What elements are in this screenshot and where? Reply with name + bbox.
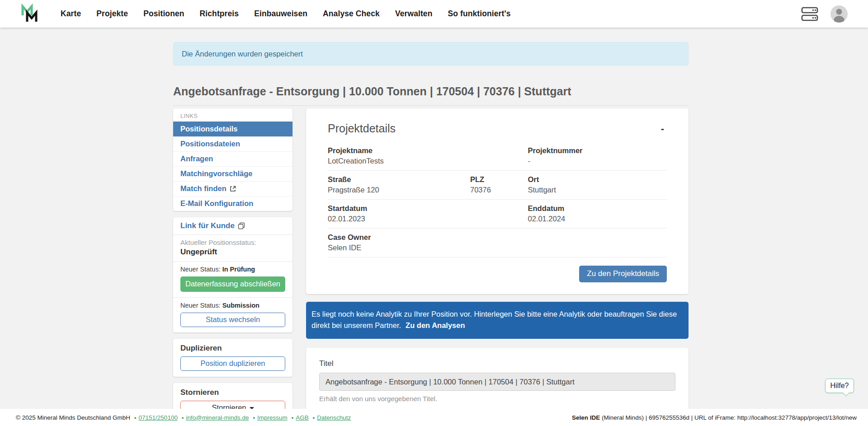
footer-link-phone[interactable]: 07151/250100	[139, 414, 178, 421]
field-value: 02.01.2023	[328, 215, 528, 223]
field-label: Startdatum	[328, 204, 528, 213]
duplicate-card: Duplizieren Position duplizieren	[173, 339, 292, 377]
cancel-title: Stornieren	[180, 388, 285, 397]
project-details-title: Projektdetails	[328, 122, 396, 135]
new-status-value: In Prüfung	[222, 266, 255, 273]
status-card: Link für Kunde Aktueller Positionsstatus…	[173, 217, 292, 332]
position-duplizieren-button[interactable]: Position duplizieren	[180, 356, 285, 371]
nav-item-analyse-check[interactable]: Analyse Check	[323, 9, 380, 19]
nav-item-projekte[interactable]: Projekte	[96, 9, 128, 19]
sidebar-links-list: Positionsdetails Positionsdateien Anfrag…	[173, 122, 292, 211]
footer-link-datenschutz[interactable]: Datenschutz	[317, 414, 351, 421]
footer-left: © 2025 Mineral Minds Deutschland GmbH •0…	[16, 414, 351, 421]
titel-group: Titel Erhält den von uns vorgegebenen Ti…	[319, 359, 675, 403]
logo-icon	[20, 4, 41, 24]
nav-item-richtpreis[interactable]: Richtpreis	[200, 9, 239, 19]
alert-message: Die Änderungen wurden gespeichert	[182, 50, 303, 58]
field-label: Case Owner	[328, 233, 667, 242]
project-details-card: Projektdetails - Projektname LotCreation…	[306, 108, 689, 294]
help-label: Hilfe?	[830, 382, 849, 390]
footer-session-info: Selen IDE (Mineral Minds) | 69576255536d…	[572, 414, 857, 421]
field-label: Projektname	[328, 146, 528, 155]
success-alert: Die Änderungen wurden gespeichert	[173, 42, 689, 66]
footer-link-agb[interactable]: AGB	[296, 414, 309, 421]
sidebar-item-match-finden[interactable]: Match finden	[173, 181, 292, 196]
customer-link-row: Link für Kunde	[173, 217, 292, 235]
mineral-minds-logo[interactable]	[20, 3, 42, 25]
field-value: 70376	[470, 186, 528, 194]
new-status-prefix: Neuer Status:	[180, 266, 221, 273]
field-label: Ort	[528, 175, 667, 184]
project-row: Case Owner Selen IDE	[328, 229, 667, 257]
field-value: LotCreationTests	[328, 157, 528, 165]
project-row: Projektname LotCreationTests Projektnumm…	[328, 142, 667, 171]
current-status-label: Aktueller Positionsstatus:	[180, 239, 285, 246]
customer-link[interactable]: Link für Kunde	[180, 221, 235, 230]
nav-item-positionen[interactable]: Positionen	[143, 9, 184, 19]
nav-item-karte[interactable]: Karte	[61, 9, 81, 19]
duplicate-title: Duplizieren	[180, 344, 285, 353]
field-label: Enddatum	[528, 204, 667, 213]
external-link-icon	[230, 186, 236, 192]
session-user: Selen IDE	[572, 414, 600, 421]
titel-helper: Erhält den von uns vorgegebenen Titel.	[319, 395, 675, 403]
server-stack-icon[interactable]	[801, 6, 818, 22]
field-label: PLZ	[470, 175, 528, 184]
copy-icon[interactable]	[238, 222, 245, 229]
sidebar-item-positionsdateien[interactable]: Positionsdateien	[173, 136, 292, 151]
project-row: Straße Pragstraße 120 PLZ 70376 Ort Stut…	[328, 171, 667, 200]
new-status-value: Submission	[222, 302, 259, 309]
status-action-2: Neuer Status: Submission Status wechseln	[173, 298, 292, 332]
sidebar-item-positionsdetails[interactable]: Positionsdetails	[173, 122, 292, 136]
user-avatar[interactable]	[830, 5, 848, 23]
footer-link-impressum[interactable]: Impressum	[257, 414, 288, 421]
current-status-block: Aktueller Positionsstatus: Ungeprüft	[173, 235, 292, 262]
field-value: -	[528, 157, 667, 165]
sidebar-item-label: Match finden	[180, 184, 226, 193]
help-button[interactable]: Hilfe?	[825, 379, 854, 393]
analytics-banner: Es liegt noch keine Analytik zu Ihrer Po…	[306, 302, 689, 339]
zu-den-projektdetails-button[interactable]: Zu den Projektdetails	[579, 266, 667, 282]
field-value: Selen IDE	[328, 243, 667, 252]
footer: © 2025 Mineral Minds Deutschland GmbH •0…	[0, 409, 868, 426]
footer-link-email[interactable]: info@mineral-minds.de	[186, 414, 249, 421]
nav-item-so-funktionierts[interactable]: So funktioniert's	[448, 9, 510, 19]
nav-item-verwalten[interactable]: Verwalten	[395, 9, 433, 19]
session-details: (Mineral Minds) | 69576255536d | URL of …	[600, 414, 857, 421]
navbar-actions	[801, 5, 848, 23]
titel-input	[319, 373, 675, 391]
status-action-1: Neuer Status: In Prüfung Datenerfassung …	[173, 262, 292, 298]
sidebar-item-email-konfiguration[interactable]: E-Mail Konfiguration	[173, 196, 292, 211]
links-card: LINKS Positionsdetails Positionsdateien …	[173, 108, 292, 211]
main-content: Projektdetails - Projektname LotCreation…	[306, 108, 689, 426]
nav-item-einbauweisen[interactable]: Einbauweisen	[254, 9, 307, 19]
copyright-text: © 2025 Mineral Minds Deutschland GmbH	[16, 414, 130, 421]
new-status-prefix: Neuer Status:	[180, 302, 221, 309]
field-label: Projektnummer	[528, 146, 667, 155]
sidebar: LINKS Positionsdetails Positionsdateien …	[173, 108, 292, 426]
field-label: Straße	[328, 175, 470, 184]
sidebar-item-anfragen[interactable]: Anfragen	[173, 151, 292, 166]
banner-text: Es liegt noch keine Analytik zu Ihrer Po…	[311, 310, 677, 329]
top-navbar: Karte Projekte Positionen Richtpreis Ein…	[0, 0, 868, 28]
status-wechseln-button[interactable]: Status wechseln	[180, 313, 285, 327]
datenerfassung-abschliessen-button[interactable]: Datenerfassung abschließen	[180, 276, 285, 292]
field-value: Stuttgart	[528, 186, 667, 194]
project-row: Startdatum 02.01.2023 Enddatum 02.01.202…	[328, 200, 667, 229]
sidebar-item-matchingvorschlaege[interactable]: Matchingvorschläge	[173, 166, 292, 181]
field-value: Pragstraße 120	[328, 186, 470, 194]
current-status-value: Ungeprüft	[180, 248, 285, 257]
field-value: 02.01.2024	[528, 215, 667, 223]
titel-label: Titel	[319, 359, 675, 368]
page-title: Angebotsanfrage - Entsorgung | 10.000 To…	[173, 85, 689, 106]
links-header: LINKS	[173, 108, 292, 122]
main-navigation: Karte Projekte Positionen Richtpreis Ein…	[61, 9, 511, 19]
zu-den-analysen-link[interactable]: Zu den Analysen	[406, 321, 465, 329]
collapse-card-button[interactable]: -	[658, 122, 667, 136]
